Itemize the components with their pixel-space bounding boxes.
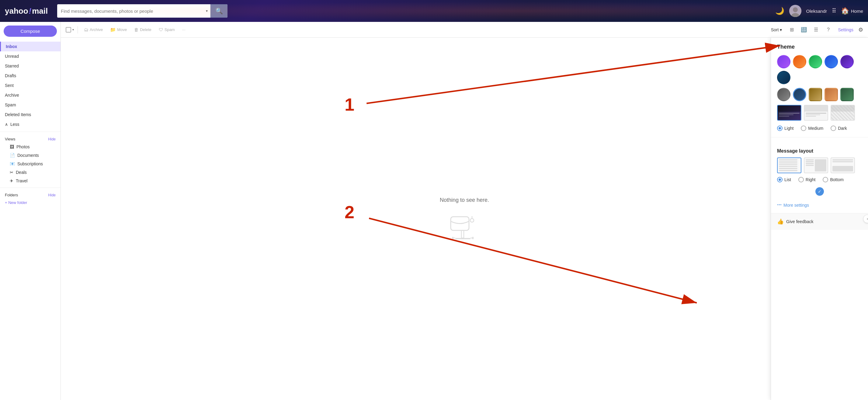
layout-radio-options: List Right Bottom [777,177,862,182]
content-area: ▾ 🗂 Archive 📁 Move 🗑 Delete 🛡 Spam ··· [61,22,868,400]
delete-button[interactable]: 🗑 Delete [132,26,154,33]
theme-circle-purple[interactable] [777,55,790,68]
list-view-button[interactable]: ☰ [811,25,821,35]
theme-circle-blue[interactable] [825,55,838,68]
layout-section: Message layout [771,142,868,196]
yahoo-logo: yahoo!mail [5,6,54,16]
avatar[interactable] [789,5,801,17]
settings-gear-icon[interactable]: ⚙ [858,27,863,33]
sidebar-item-spam[interactable]: Spam [0,100,61,110]
theme-circle-dark-teal[interactable] [777,71,790,84]
layout-right-radio[interactable] [798,177,804,182]
sidebar-item-archive[interactable]: Archive [0,90,61,100]
layout-right-option[interactable]: Right [798,177,816,182]
give-feedback-button[interactable]: 👍 Give feedback [771,213,868,230]
sidebar-item-documents[interactable]: 📄 Documents [0,151,61,160]
theme-preview-light[interactable] [804,105,828,121]
layout-bottom-radio[interactable] [823,177,828,182]
sidebar-item-sent[interactable]: Sent [0,80,61,90]
theme-circle-green[interactable] [809,55,822,68]
sort-caret-icon: ▾ [780,27,782,32]
search-input[interactable] [57,4,204,18]
sidebar: Compose Inbox Unread Starred Drafts Sent… [0,22,61,400]
filter-button[interactable]: 🔢 [799,25,809,35]
layout-options [777,158,862,173]
help-button[interactable]: ? [823,25,833,35]
sidebar-item-drafts[interactable]: Drafts [0,71,61,80]
subscriptions-icon: 📧 [10,161,15,166]
move-icon: 📁 [110,27,116,33]
select-all-checkbox[interactable] [66,27,71,33]
move-button[interactable]: 📁 Move [108,26,129,34]
theme-circle-night[interactable] [793,88,806,101]
folders-section-header: Folders Hide [0,190,61,198]
app-header: yahoo!mail ▾ 🔍 🌙 Oleksandr ⠿ 🏠 Home [0,0,868,22]
more-button[interactable]: ··· [180,26,188,33]
archive-label: Archive [90,27,103,32]
dark-mode-icon[interactable]: 🌙 [775,7,784,15]
search-button[interactable]: 🔍 [211,4,227,18]
theme-circle-photo3[interactable] [840,88,854,101]
layout-bottom-preview[interactable] [831,158,855,173]
inbox-label: Inbox [6,44,17,49]
confirm-check-icon[interactable]: ✓ [815,187,824,196]
logo-mail: mail [32,6,48,16]
home-button[interactable]: 🏠 Home [841,7,863,15]
density-light-option[interactable]: Light [777,126,794,131]
density-medium-radio[interactable] [801,126,806,131]
more-settings-link[interactable]: ··· More settings [771,199,868,211]
layout-bottom-option[interactable]: Bottom [823,177,843,182]
svg-rect-6 [461,230,464,238]
spam-icon: 🛡 [159,27,163,32]
theme-circle-photo1[interactable] [809,88,822,101]
density-dark-radio[interactable] [831,126,836,131]
views-section-header: Views Hide [0,134,61,142]
sort-label: Sort [771,27,779,32]
select-dropdown-caret[interactable]: ▾ [72,28,74,31]
archive-button[interactable]: 🗂 Archive [82,26,105,33]
theme-circle-orange[interactable] [793,55,806,68]
theme-preview-pattern[interactable] [831,105,855,121]
spam-label: Spam [164,27,175,32]
theme-circle-photo2[interactable] [825,88,838,101]
list-icon: ☰ [814,27,818,33]
settings-link-button[interactable]: Settings [835,26,856,33]
sidebar-item-unread[interactable]: Unread [0,52,61,61]
layout-list-option[interactable]: List [777,177,791,182]
delete-icon: 🗑 [134,27,139,32]
spam-button[interactable]: 🛡 Spam [156,26,177,33]
sidebar-item-travel[interactable]: ✈ Travel [0,176,61,185]
density-medium-option[interactable]: Medium [801,126,823,131]
layout-right-preview[interactable] [804,158,828,173]
sidebar-item-subscriptions[interactable]: 📧 Subscriptions [0,160,61,168]
hide-views-link[interactable]: Hide [48,137,56,141]
empty-message: Nothing to see here. [440,197,489,203]
sidebar-item-deals[interactable]: ✂ Deals [0,168,61,176]
search-bar: ▾ 🔍 [57,4,227,18]
layout-list-preview[interactable] [777,158,801,173]
sidebar-item-photos[interactable]: 🖼 Photos [0,142,61,151]
density-light-radio[interactable] [777,126,782,131]
sidebar-item-starred[interactable]: Starred [0,61,61,71]
header-right: 🌙 Oleksandr ⠿ 🏠 Home [775,5,863,17]
view-toggle-button[interactable]: ⊞ [787,25,797,35]
density-dark-option[interactable]: Dark [831,126,847,131]
theme-circle-dark-purple[interactable] [840,55,854,68]
theme-preview-dark[interactable] [777,105,801,121]
layout-list-radio[interactable] [777,177,782,182]
search-dropdown-button[interactable]: ▾ [204,4,211,18]
density-light-label: Light [784,126,794,131]
theme-circle-gray[interactable] [777,88,790,101]
deleted-label: Deleted Items [5,112,31,117]
thumbs-up-icon: 👍 [777,218,784,225]
hide-folders-link[interactable]: Hide [48,193,56,197]
sort-button[interactable]: Sort ▾ [769,26,785,33]
sidebar-item-inbox[interactable]: Inbox [0,42,61,52]
sidebar-item-deleted[interactable]: Deleted Items [0,110,61,120]
more-icon: ··· [182,27,186,32]
theme-color-circles [777,55,862,84]
sidebar-item-less[interactable]: ∧ Less [0,120,61,129]
compose-button[interactable]: Compose [4,26,57,37]
new-folder-button[interactable]: + New folder [0,198,61,207]
grid-icon[interactable]: ⠿ [832,7,836,14]
